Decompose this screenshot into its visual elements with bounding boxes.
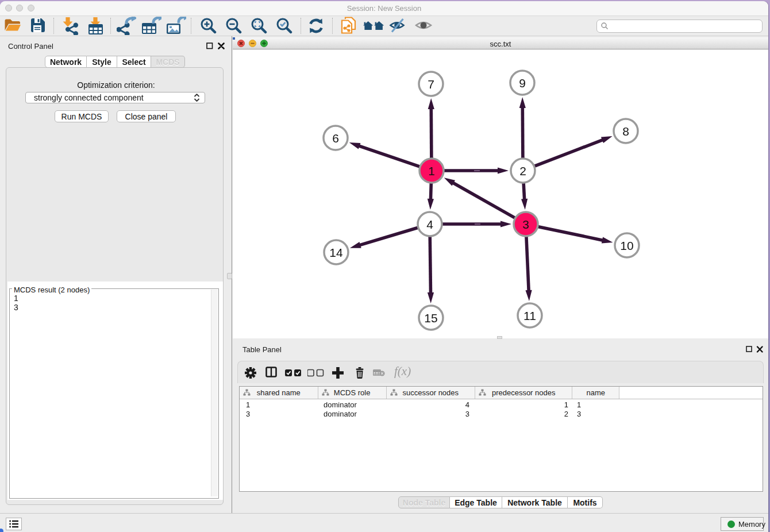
svg-text:14: 14 xyxy=(329,246,343,259)
svg-text:2: 2 xyxy=(519,164,526,178)
svg-text:3: 3 xyxy=(522,218,529,231)
svg-text:4: 4 xyxy=(426,218,433,231)
svg-text:1: 1 xyxy=(428,164,435,178)
svg-text:15: 15 xyxy=(424,311,437,325)
svg-text:8: 8 xyxy=(622,125,629,138)
svg-text:7: 7 xyxy=(428,78,434,91)
svg-text:11: 11 xyxy=(523,309,536,322)
svg-text:6: 6 xyxy=(332,132,339,145)
svg-text:10: 10 xyxy=(620,239,633,252)
svg-text:9: 9 xyxy=(519,76,526,90)
